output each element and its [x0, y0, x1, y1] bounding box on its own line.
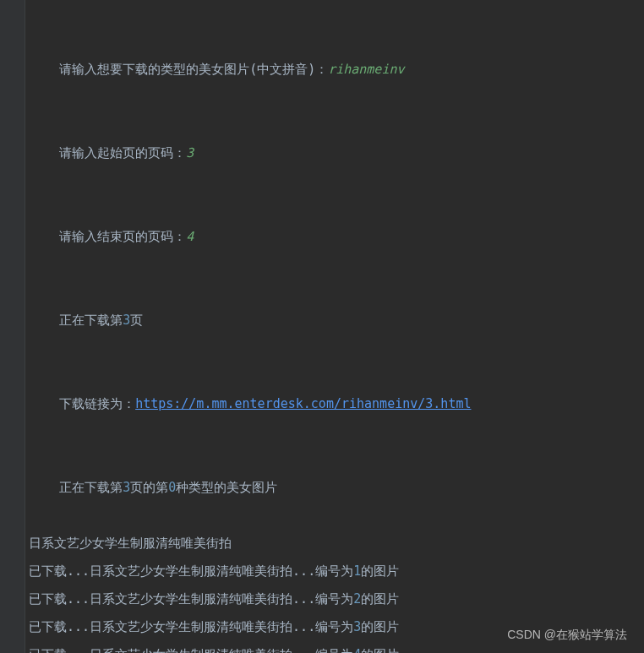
text: 页 [130, 313, 143, 328]
text: 正在下载第 [59, 313, 123, 328]
downloading-page-line: 正在下载第3页 [29, 279, 644, 362]
page-number: 3 [123, 313, 130, 328]
truncated-line [29, 0, 644, 28]
watermark: CSDN @在猴站学算法 [507, 628, 627, 643]
page-number: 3 [123, 480, 130, 495]
text: 已下载...日系文艺少女学生制服清纯唯美街拍...编号为 [29, 647, 353, 653]
console-output[interactable]: 请输入想要下载的类型的美女图片(中文拼音)：rihanmeinv 请输入起始页的… [29, 0, 644, 653]
type-number: 0 [168, 480, 176, 495]
prompt-start-input: 3 [186, 145, 194, 161]
text: 已下载...日系文艺少女学生制服清纯唯美街拍...编号为 [29, 619, 353, 634]
prompt-end-label: 请输入结束页的页码： [59, 229, 186, 244]
prompt-type-input: rihanmeinv [328, 62, 404, 77]
download-item-line: 已下载...日系文艺少女学生制服清纯唯美街拍...编号为4的图片 [29, 641, 644, 653]
download-url-link[interactable]: https://m.mm.enterdesk.com/rihanmeinv/3.… [135, 396, 471, 411]
image-number: 3 [353, 619, 361, 634]
prompt-start-line: 请输入起始页的页码：3 [29, 112, 644, 195]
image-number: 1 [353, 563, 361, 579]
text: 种类型的美女图片 [176, 480, 277, 495]
text: 页的第 [130, 480, 168, 495]
text: 正在下载第 [59, 480, 123, 495]
text: 的图片 [361, 563, 399, 579]
prompt-type-label: 请输入想要下载的类型的美女图片(中文拼音)： [59, 62, 328, 77]
text: 的图片 [361, 619, 399, 634]
download-item-line: 已下载...日系文艺少女学生制服清纯唯美街拍...编号为2的图片 [29, 585, 644, 613]
album-title-line: 日系文艺少女学生制服清纯唯美街拍 [29, 530, 644, 558]
link-prefix: 下载链接为： [59, 396, 135, 411]
image-number: 4 [353, 647, 361, 653]
download-link-line: 下载链接为：https://m.mm.enterdesk.com/rihanme… [29, 362, 644, 446]
text: 的图片 [361, 591, 399, 607]
text: 的图片 [361, 647, 399, 653]
prompt-end-input: 4 [186, 229, 194, 244]
gutter [0, 0, 25, 653]
image-number: 2 [353, 591, 361, 607]
text: 已下载...日系文艺少女学生制服清纯唯美街拍...编号为 [29, 591, 353, 607]
prompt-start-label: 请输入起始页的页码： [59, 145, 186, 161]
prompt-type-line: 请输入想要下载的类型的美女图片(中文拼音)：rihanmeinv [29, 28, 644, 112]
category-line-0: 正在下载第3页的第0种类型的美女图片 [29, 446, 644, 530]
prompt-end-line: 请输入结束页的页码：4 [29, 195, 644, 279]
download-item-line: 已下载...日系文艺少女学生制服清纯唯美街拍...编号为1的图片 [29, 558, 644, 585]
text: 已下载...日系文艺少女学生制服清纯唯美街拍...编号为 [29, 563, 353, 579]
